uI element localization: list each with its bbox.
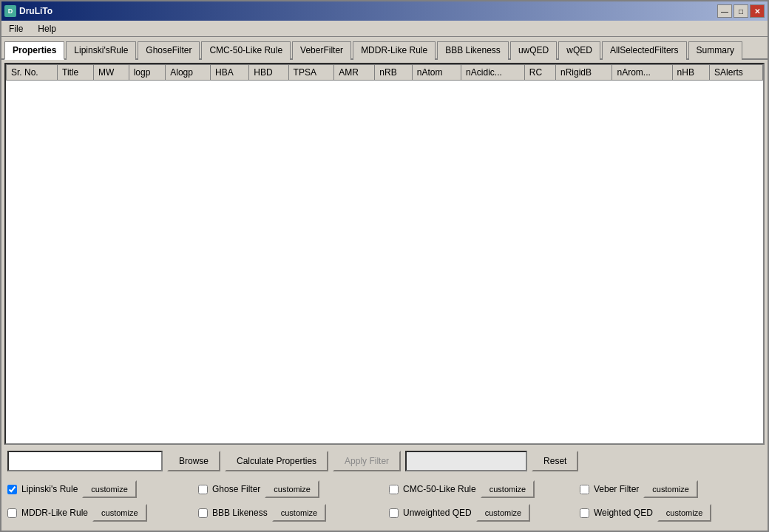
col-tpsa: TPSA xyxy=(288,65,334,81)
checkbox-bbb[interactable] xyxy=(198,508,208,518)
calculate-button[interactable]: Calculate Properties xyxy=(225,451,328,471)
filter-item-bbb: BBB Likeness customize xyxy=(198,504,380,522)
col-logp: logp xyxy=(129,65,166,81)
checkbox-uwqed[interactable] xyxy=(389,508,399,518)
col-salerts: SAlerts xyxy=(710,65,763,81)
minimize-button[interactable]: — xyxy=(717,4,732,18)
customize-cmc50-button[interactable]: customize xyxy=(481,480,535,498)
tab-allfilters[interactable]: AllSelectedFilters xyxy=(602,41,687,60)
table-header-row: Sr. No. Title MW logp Alogp HBA HBD TPSA… xyxy=(7,65,763,81)
customize-bbb-button[interactable]: customize xyxy=(272,504,327,522)
checkbox-ghose[interactable] xyxy=(198,485,208,494)
filter-item-wqed: Weighted QED customize xyxy=(580,504,762,522)
tab-lipinski[interactable]: Lipinski'sRule xyxy=(66,41,136,60)
filter-value-input[interactable] xyxy=(405,451,527,471)
menu-file[interactable]: File xyxy=(4,22,27,35)
tab-mddr[interactable]: MDDR-Like Rule xyxy=(353,41,436,60)
main-window: D DruLiTo — □ ✕ File Help Properties Lip… xyxy=(0,0,769,532)
col-narom: nArom... xyxy=(612,65,672,81)
menu-help[interactable]: Help xyxy=(33,22,61,35)
browse-button[interactable]: Browse xyxy=(167,451,220,471)
customize-lipinski-button[interactable]: customize xyxy=(82,480,137,498)
tab-veberfilter[interactable]: VeberFilter xyxy=(292,41,351,60)
filter-item-veber: Veber Filter customize xyxy=(580,480,762,498)
table-container[interactable]: Sr. No. Title MW logp Alogp HBA HBD TPSA… xyxy=(4,63,765,445)
col-hba: HBA xyxy=(210,65,248,81)
filters-grid: Lipinski's Rule customize Ghose Filter c… xyxy=(7,477,762,525)
filter-item-cmc50: CMC-50-Like Rule customize xyxy=(389,480,571,498)
main-content: Sr. No. Title MW logp Alogp HBA HBD TPSA… xyxy=(1,60,768,531)
checkbox-veber[interactable] xyxy=(580,485,589,494)
customize-wqed-button[interactable]: customize xyxy=(657,504,712,522)
customize-uwqed-button[interactable]: customize xyxy=(476,504,531,522)
tab-wqed[interactable]: wQED xyxy=(558,41,600,60)
tab-cmc50[interactable]: CMC-50-Like Rule xyxy=(201,41,291,60)
col-amr: AMR xyxy=(334,65,375,81)
col-hbd: HBD xyxy=(249,65,288,81)
maximize-button[interactable]: □ xyxy=(734,4,748,18)
customize-ghose-button[interactable]: customize xyxy=(265,480,319,498)
checkbox-cmc50[interactable] xyxy=(389,485,399,494)
label-lipinski: Lipinski's Rule xyxy=(21,484,78,494)
col-nhb: nHB xyxy=(672,65,710,81)
tab-ghosefilter[interactable]: GhoseFilter xyxy=(138,41,200,60)
title-bar-controls: — □ ✕ xyxy=(717,4,765,18)
filter-item-mddr: MDDR-Like Rule customize xyxy=(7,504,189,522)
label-cmc50: CMC-50-Like Rule xyxy=(403,484,476,494)
checkbox-mddr[interactable] xyxy=(7,508,17,518)
app-icon: D xyxy=(4,5,16,17)
label-uwqed: Unweighted QED xyxy=(403,508,472,518)
col-title: Title xyxy=(58,65,94,81)
properties-table: Sr. No. Title MW logp Alogp HBA HBD TPSA… xyxy=(6,64,763,81)
label-veber: Veber Filter xyxy=(594,484,639,494)
apply-filter-button[interactable]: Apply Filter xyxy=(333,451,401,471)
col-rc: RC xyxy=(524,65,555,81)
tabs-container: Properties Lipinski'sRule GhoseFilter CM… xyxy=(1,37,768,60)
label-ghose: Ghose Filter xyxy=(212,484,260,494)
tab-properties[interactable]: Properties xyxy=(4,41,64,60)
reset-button[interactable]: Reset xyxy=(532,451,578,471)
action-row: Browse Calculate Properties Apply Filter… xyxy=(7,451,762,471)
tab-bbb[interactable]: BBB Likeness xyxy=(437,41,509,60)
title-bar: D DruLiTo — □ ✕ xyxy=(1,1,768,21)
checkbox-lipinski[interactable] xyxy=(7,485,17,494)
title-bar-left: D DruLiTo xyxy=(4,5,52,17)
filter-item-uwqed: Unweighted QED customize xyxy=(389,504,571,522)
col-alogp: Alogp xyxy=(166,65,211,81)
col-mw: MW xyxy=(93,65,129,81)
close-button[interactable]: ✕ xyxy=(750,4,765,18)
customize-veber-button[interactable]: customize xyxy=(643,480,698,498)
col-nacidic: nAcidic... xyxy=(461,65,525,81)
menu-bar: File Help xyxy=(1,21,768,37)
col-srno: Sr. No. xyxy=(7,65,58,81)
col-nrigidb: nRigidB xyxy=(555,65,612,81)
col-nrb: nRB xyxy=(375,65,413,81)
filter-item-ghose: Ghose Filter customize xyxy=(198,480,380,498)
label-mddr: MDDR-Like Rule xyxy=(21,508,88,518)
tab-uwqed[interactable]: uwQED xyxy=(510,41,557,60)
col-natom: nAtom xyxy=(412,65,461,81)
customize-mddr-button[interactable]: customize xyxy=(92,504,147,522)
checkbox-wqed[interactable] xyxy=(580,508,589,518)
filter-item-lipinski: Lipinski's Rule customize xyxy=(7,480,189,498)
label-wqed: Weighted QED xyxy=(594,508,653,518)
tab-summary[interactable]: Summary xyxy=(688,41,742,60)
bottom-bar: Browse Calculate Properties Apply Filter… xyxy=(4,445,765,528)
label-bbb: BBB Likeness xyxy=(212,508,268,518)
file-path-input[interactable] xyxy=(7,451,163,471)
window-title: DruLiTo xyxy=(19,6,52,16)
